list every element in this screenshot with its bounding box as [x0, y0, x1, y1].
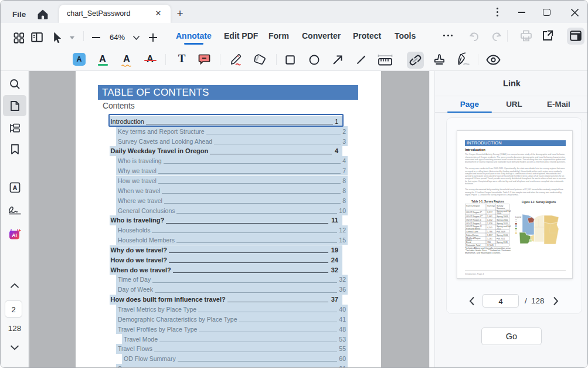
svg-text:ODOT Region 3**: ODOT Region 3**	[466, 215, 483, 218]
svg-text:Spring 2010: Spring 2010	[497, 234, 508, 237]
svg-text:2011: 2011	[497, 228, 501, 230]
svg-text:Statewide Total: Statewide Total	[466, 244, 481, 247]
svg-text:1,261: 1,261	[487, 238, 492, 240]
svg-text:Spring 2009: Spring 2009	[497, 215, 508, 218]
svg-text:Bend: Bend	[466, 241, 471, 244]
svg-text:Survey Region: Survey Region	[466, 205, 480, 207]
svg-text:Spring 2010: Spring 2010	[497, 222, 508, 225]
svg-text:4,545: 4,545	[487, 227, 492, 229]
svg-text:ODOT Region 2*: ODOT Region 2*	[466, 211, 482, 214]
svg-text:Central Lane: Central Lane	[466, 231, 478, 233]
svg-text:Portland Metro**: Portland Metro**	[466, 228, 482, 230]
svg-text:17,041: 17,041	[487, 244, 494, 247]
svg-text:1,212: 1,212	[487, 219, 492, 221]
svg-text:Spring 2000: Spring 2000	[497, 219, 508, 221]
svg-text:A: A	[13, 184, 18, 191]
svg-text:Salem/Keizer: Salem/Keizer	[466, 234, 479, 237]
svg-text:766: 766	[487, 241, 491, 244]
svg-text:AI: AI	[12, 232, 17, 238]
svg-text:1,786: 1,786	[487, 231, 492, 233]
svg-text:1,326: 1,326	[487, 222, 492, 225]
svg-text:1,837: 1,837	[487, 234, 492, 237]
svg-text:Fall 2011: Fall 2011	[497, 238, 505, 240]
svg-text:2009: 2009	[497, 212, 501, 215]
svg-text:Spring 2011: Spring 2011	[497, 241, 508, 244]
svg-text:Valley: Valley	[466, 239, 472, 241]
svg-text:Legend: Legend	[515, 216, 521, 218]
svg-text:Seasons: Seasons	[497, 207, 505, 210]
svg-text:3,277: 3,277	[487, 211, 492, 214]
svg-text:ODOT Region 5: ODOT Region 5	[466, 222, 481, 225]
svg-text:Multnomah, and Washington coun: Multnomah, and Washington counties.	[465, 252, 501, 254]
svg-text:Fall 2009: Fall 2009	[497, 231, 505, 233]
svg-text:Surveys: Surveys	[487, 205, 495, 207]
svg-text:ODOT Region 4: ODOT Region 4	[466, 219, 481, 221]
svg-text:1,461: 1,461	[487, 215, 492, 218]
